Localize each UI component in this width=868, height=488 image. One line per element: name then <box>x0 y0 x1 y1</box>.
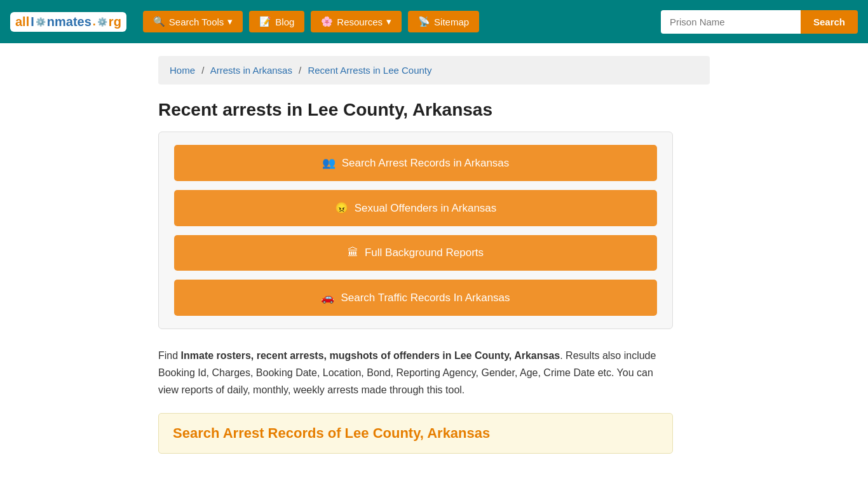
search-arrest-button[interactable]: 👥 Search Arrest Records in Arkansas <box>174 145 657 181</box>
main-content: Home / Arrests in Arkansas / Recent Arre… <box>148 43 720 466</box>
prison-search-label: Search <box>813 17 845 27</box>
resources-chevron-icon: ▾ <box>386 16 391 27</box>
search-arrest-label: Search Arrest Records in Arkansas <box>342 157 510 170</box>
search-tools-label: Search Tools <box>169 17 224 27</box>
description-bold: Inmate rosters, recent arrests, mugshots… <box>181 350 560 361</box>
prison-name-input[interactable] <box>661 10 801 34</box>
resources-button[interactable]: 🌸 Resources ▾ <box>311 11 402 32</box>
traffic-records-button[interactable]: 🚗 Search Traffic Records In Arkansas <box>174 280 657 316</box>
blog-button[interactable]: 📝 Blog <box>249 11 304 32</box>
background-reports-button[interactable]: 🏛 Full Background Reports <box>174 235 657 271</box>
search-tools-button[interactable]: 🔍 Search Tools ▾ <box>143 11 243 32</box>
resources-label: Resources <box>337 17 383 27</box>
prison-search-button[interactable]: Search <box>801 10 858 34</box>
background-reports-label: Full Background Reports <box>365 247 484 259</box>
navbar: allI⚙️nmates.⚙️rg 🔍 Search Tools ▾ 📝 Blo… <box>0 0 868 43</box>
description: Find Inmate rosters, recent arrests, mug… <box>158 347 673 399</box>
page-title: Recent arrests in Lee County, Arkansas <box>158 100 710 120</box>
background-reports-icon: 🏛 <box>348 247 358 259</box>
sexual-offenders-icon: 😠 <box>335 201 348 215</box>
section-heading: Search Arrest Records of Lee County, Ark… <box>173 425 658 442</box>
search-arrest-icon: 👥 <box>322 156 336 170</box>
description-intro: Find <box>158 350 181 361</box>
breadcrumb-arrests[interactable]: Arrests in Arkansas <box>210 65 292 76</box>
sexual-offenders-button[interactable]: 😠 Sexual Offenders in Arkansas <box>174 190 657 226</box>
traffic-records-label: Search Traffic Records In Arkansas <box>341 292 510 304</box>
sitemap-button[interactable]: 📡 Sitemap <box>408 11 479 32</box>
section-heading-wrap: Search Arrest Records of Lee County, Ark… <box>158 413 673 454</box>
breadcrumb-wrap: Home / Arrests in Arkansas / Recent Arre… <box>158 56 710 85</box>
search-tools-icon: 🔍 <box>153 16 165 27</box>
breadcrumb-sep-2: / <box>299 65 301 76</box>
breadcrumb-home[interactable]: Home <box>170 65 195 76</box>
traffic-records-icon: 🚗 <box>321 291 334 304</box>
sitemap-icon: 📡 <box>418 16 430 27</box>
sitemap-label: Sitemap <box>434 17 469 27</box>
prison-search-wrap: Search <box>661 10 858 34</box>
action-card: 👥 Search Arrest Records in Arkansas 😠 Se… <box>158 132 673 329</box>
blog-label: Blog <box>275 17 294 27</box>
logo[interactable]: allI⚙️nmates.⚙️rg <box>10 12 126 32</box>
sexual-offenders-label: Sexual Offenders in Arkansas <box>355 202 497 215</box>
breadcrumb: Home / Arrests in Arkansas / Recent Arre… <box>170 65 698 76</box>
blog-icon: 📝 <box>259 16 271 27</box>
breadcrumb-sep-1: / <box>201 65 204 76</box>
search-tools-chevron-icon: ▾ <box>227 16 233 27</box>
breadcrumb-current: Recent Arrests in Lee County <box>308 65 431 76</box>
logo-text: all <box>15 15 29 29</box>
resources-icon: 🌸 <box>321 16 333 27</box>
